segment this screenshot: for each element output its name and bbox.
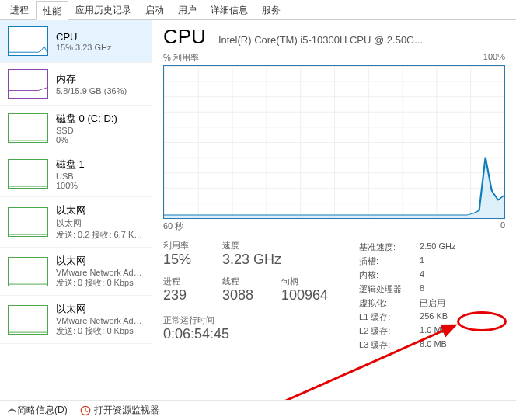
- sidebar-title: 以太网: [56, 203, 144, 217]
- sidebar-item-eth-5[interactable]: 以太网VMware Network Adapter发送: 0 接收: 0 Kbp…: [0, 248, 152, 296]
- resource-monitor-link[interactable]: 打开资源监视器: [80, 404, 159, 417]
- tab-3[interactable]: 启动: [138, 0, 171, 19]
- info-key: 虚拟化:: [359, 297, 420, 309]
- tab-0[interactable]: 进程: [3, 0, 36, 19]
- info-row: 基准速度:2.50 GHz: [359, 241, 455, 253]
- sidebar-item-disk-3[interactable]: 磁盘 1USB100%: [0, 151, 152, 197]
- detail-panel: CPU Intel(R) Core(TM) i5-10300H CPU @ 2.…: [152, 20, 516, 400]
- info-key: 逻辑处理器:: [359, 283, 420, 295]
- handle-value: 100964: [281, 287, 328, 304]
- sidebar-sub2: 100%: [56, 181, 85, 190]
- sidebar-title: 磁盘 0 (C: D:): [56, 112, 117, 126]
- cpu-model: Intel(R) Core(TM) i5-10300H CPU @ 2.50G.…: [218, 34, 505, 46]
- handle-label: 句柄: [281, 276, 328, 287]
- uptime-value: 0:06:54:45: [163, 326, 328, 342]
- resource-monitor-icon: [80, 405, 91, 416]
- chart-label-botleft: 60 秒: [163, 220, 183, 232]
- sidebar-item-disk-2[interactable]: 磁盘 0 (C: D:)SSD0%: [0, 106, 152, 151]
- info-key: L1 缓存:: [359, 311, 420, 323]
- tab-2[interactable]: 应用历史记录: [68, 0, 138, 19]
- info-value: 已启用: [420, 297, 445, 309]
- cpu-info-list: 基准速度:2.50 GHz插槽:1内核:4逻辑处理器:8虚拟化:已启用L1 缓存…: [359, 241, 455, 351]
- speed-value: 3.23 GHz: [222, 252, 281, 268]
- info-row: 虚拟化:已启用: [359, 297, 455, 309]
- chart-label-topleft: % 利用率: [163, 52, 199, 64]
- sidebar-sub: VMware Network Adapter: [56, 316, 144, 325]
- info-key: L3 缓存:: [359, 339, 420, 351]
- tab-6[interactable]: 服务: [255, 0, 288, 19]
- info-key: 基准速度:: [359, 241, 420, 253]
- info-value: 8: [420, 283, 424, 295]
- info-key: L2 缓存:: [359, 325, 420, 337]
- proc-label: 进程: [163, 276, 208, 287]
- tab-5[interactable]: 详细信息: [204, 0, 255, 19]
- info-row: 内核:4: [359, 269, 455, 281]
- sidebar-sub2: 0%: [56, 135, 117, 144]
- info-key: 内核:: [359, 269, 420, 281]
- info-value: 8.0 MB: [420, 339, 447, 351]
- sidebar-title: 以太网: [56, 302, 144, 316]
- chart-label-botright: 0: [500, 220, 505, 232]
- sidebar-item-cpu-0[interactable]: CPU15% 3.23 GHz: [0, 20, 152, 63]
- info-row: L2 缓存:1.0 MB: [359, 325, 455, 337]
- svg-marker-0: [164, 158, 504, 218]
- tab-1[interactable]: 性能: [36, 1, 68, 20]
- info-value: 256 KB: [420, 311, 448, 323]
- thumbnail-chart: [8, 305, 48, 335]
- sidebar-sub2: 发送: 0.2 接收: 6.7 Kbps: [56, 229, 144, 241]
- brief-info-link[interactable]: ❯ 简略信息(D): [8, 404, 68, 417]
- info-key: 插槽:: [359, 255, 420, 267]
- footer: ❯ 简略信息(D) 打开资源监视器: [0, 400, 516, 420]
- sidebar-sub: 以太网: [56, 217, 144, 229]
- thumbnail-chart: [8, 207, 48, 237]
- sidebar-title: 内存: [56, 72, 127, 86]
- info-value: 2.50 GHz: [420, 241, 455, 253]
- info-row: 逻辑处理器:8: [359, 283, 455, 295]
- detail-title: CPU: [163, 25, 206, 49]
- sidebar-sub: SSD: [56, 126, 117, 135]
- util-label: 利用率: [163, 240, 208, 252]
- cpu-chart: [163, 65, 505, 219]
- sidebar-sub: VMware Network Adapter: [56, 268, 144, 277]
- info-row: 插槽:1: [359, 255, 455, 267]
- info-value: 1: [420, 255, 424, 267]
- chart-label-topright: 100%: [483, 52, 505, 64]
- util-value: 15%: [163, 252, 208, 268]
- sidebar-title: CPU: [56, 31, 112, 43]
- thumbnail-chart: [8, 257, 48, 286]
- thumbnail-chart: [8, 113, 48, 143]
- sidebar-sub: 15% 3.23 GHz: [56, 43, 112, 52]
- sidebar: CPU15% 3.23 GHz内存5.8/15.9 GB (36%)磁盘 0 (…: [0, 20, 152, 400]
- tab-4[interactable]: 用户: [171, 0, 204, 19]
- sidebar-item-eth-4[interactable]: 以太网以太网发送: 0.2 接收: 6.7 Kbps: [0, 197, 152, 248]
- sidebar-sub: USB: [56, 172, 85, 181]
- sidebar-item-mem-1[interactable]: 内存5.8/15.9 GB (36%): [0, 63, 152, 106]
- sidebar-title: 以太网: [56, 254, 144, 268]
- thumbnail-chart: [8, 26, 48, 56]
- tabs: 进程性能应用历史记录启动用户详细信息服务: [0, 0, 516, 20]
- thumbnail-chart: [8, 159, 48, 189]
- thread-value: 3088: [222, 287, 267, 304]
- sidebar-sub2: 发送: 0 接收: 0 Kbps: [56, 325, 144, 337]
- proc-value: 239: [163, 287, 208, 304]
- info-value: 1.0 MB: [420, 325, 447, 337]
- sidebar-sub: 5.8/15.9 GB (36%): [56, 86, 127, 95]
- thread-label: 线程: [222, 276, 267, 287]
- sidebar-title: 磁盘 1: [56, 158, 85, 172]
- sidebar-sub2: 发送: 0 接收: 0 Kbps: [56, 277, 144, 289]
- info-row: L3 缓存:8.0 MB: [359, 339, 455, 351]
- info-value: 4: [420, 269, 424, 281]
- sidebar-item-eth-6[interactable]: 以太网VMware Network Adapter发送: 0 接收: 0 Kbp…: [0, 296, 152, 344]
- thumbnail-chart: [8, 69, 48, 99]
- info-row: L1 缓存:256 KB: [359, 311, 455, 323]
- chevron-icon: ❯: [7, 408, 16, 414]
- speed-label: 速度: [222, 240, 281, 252]
- uptime-label: 正常运行时间: [163, 314, 328, 326]
